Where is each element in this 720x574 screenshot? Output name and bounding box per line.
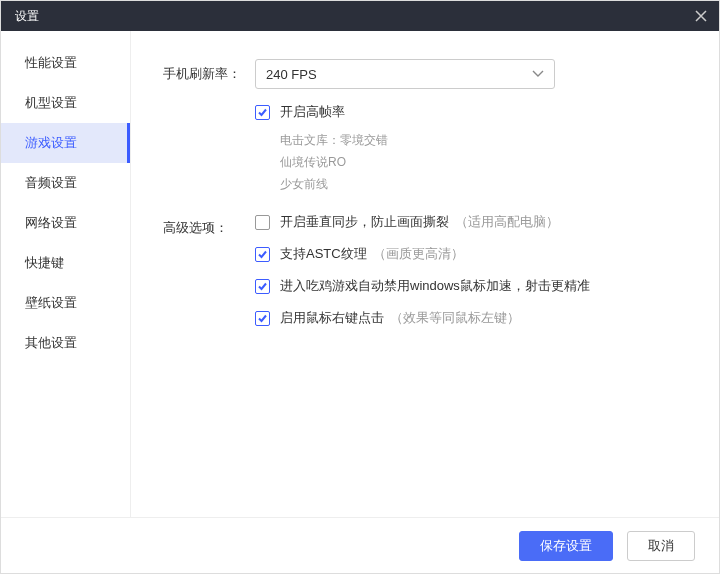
sidebar-item-label: 快捷键 <box>25 254 64 272</box>
cancel-button-label: 取消 <box>648 537 674 555</box>
sidebar: 性能设置 机型设置 游戏设置 音频设置 网络设置 快捷键 壁纸设置 其他设置 <box>1 31 131 517</box>
rclick-checkbox[interactable] <box>255 311 270 326</box>
check-icon <box>257 313 268 324</box>
sidebar-item-label: 音频设置 <box>25 174 77 192</box>
astc-label: 支持ASTC纹理 <box>280 245 367 263</box>
body: 性能设置 机型设置 游戏设置 音频设置 网络设置 快捷键 壁纸设置 其他设置 手… <box>1 31 719 517</box>
astc-checkbox[interactable] <box>255 247 270 262</box>
check-icon <box>257 107 268 118</box>
vsync-label: 开启垂直同步，防止画面撕裂 <box>280 213 449 231</box>
mouse-checkbox[interactable] <box>255 279 270 294</box>
save-button[interactable]: 保存设置 <box>519 531 613 561</box>
highfps-label: 开启高帧率 <box>280 103 345 121</box>
sidebar-item-shortcut[interactable]: 快捷键 <box>1 243 130 283</box>
astc-line: 支持ASTC纹理 （画质更高清） <box>255 245 691 263</box>
advanced-body: 开启垂直同步，防止画面撕裂 （适用高配电脑） 支持ASTC纹理 （画质更高清） <box>255 213 691 327</box>
sidebar-item-game[interactable]: 游戏设置 <box>1 123 130 163</box>
rclick-label: 启用鼠标右键点击 <box>280 309 384 327</box>
sidebar-item-label: 游戏设置 <box>25 134 77 152</box>
save-button-label: 保存设置 <box>540 537 592 555</box>
sidebar-item-other[interactable]: 其他设置 <box>1 323 130 363</box>
vsync-hint: （适用高配电脑） <box>455 213 559 231</box>
sidebar-item-device[interactable]: 机型设置 <box>1 83 130 123</box>
cancel-button[interactable]: 取消 <box>627 531 695 561</box>
content: 手机刷新率： 240 FPS 开启高帧率 电击文库：零境交错 仙境传 <box>131 31 719 517</box>
advanced-label: 高级选项： <box>163 213 255 237</box>
refresh-select-value: 240 FPS <box>266 67 317 82</box>
sidebar-item-label: 网络设置 <box>25 214 77 232</box>
rclick-hint: （效果等同鼠标左键） <box>390 309 520 327</box>
footer: 保存设置 取消 <box>1 517 719 573</box>
rclick-line: 启用鼠标右键点击 （效果等同鼠标左键） <box>255 309 691 327</box>
close-icon <box>695 10 707 22</box>
vsync-checkbox[interactable] <box>255 215 270 230</box>
game-item: 少女前线 <box>280 173 691 195</box>
sidebar-item-label: 机型设置 <box>25 94 77 112</box>
game-item: 电击文库：零境交错 <box>280 129 691 151</box>
highfps-games: 电击文库：零境交错 仙境传说RO 少女前线 <box>280 129 691 195</box>
mouse-label: 进入吃鸡游戏自动禁用windows鼠标加速，射击更精准 <box>280 277 590 295</box>
settings-window: 设置 性能设置 机型设置 游戏设置 音频设置 网络设置 快捷键 壁纸设置 其他设… <box>0 0 720 574</box>
sidebar-item-performance[interactable]: 性能设置 <box>1 43 130 83</box>
astc-hint: （画质更高清） <box>373 245 464 263</box>
titlebar: 设置 <box>1 1 719 31</box>
sidebar-item-label: 壁纸设置 <box>25 294 77 312</box>
window-title: 设置 <box>15 8 39 25</box>
game-item: 仙境传说RO <box>280 151 691 173</box>
refresh-select[interactable]: 240 FPS <box>255 59 555 89</box>
refresh-label: 手机刷新率： <box>163 59 255 83</box>
chevron-down-icon <box>532 70 544 78</box>
sidebar-item-wallpaper[interactable]: 壁纸设置 <box>1 283 130 323</box>
mouse-line: 进入吃鸡游戏自动禁用windows鼠标加速，射击更精准 <box>255 277 691 295</box>
highfps-checkbox[interactable] <box>255 105 270 120</box>
sidebar-item-label: 其他设置 <box>25 334 77 352</box>
refresh-body: 240 FPS 开启高帧率 电击文库：零境交错 仙境传说RO 少女前线 <box>255 59 691 195</box>
highfps-line: 开启高帧率 <box>255 103 691 121</box>
check-icon <box>257 249 268 260</box>
sidebar-item-label: 性能设置 <box>25 54 77 72</box>
close-button[interactable] <box>693 8 709 24</box>
row-advanced: 高级选项： 开启垂直同步，防止画面撕裂 （适用高配电脑） 支持ASTC纹理 <box>163 213 691 327</box>
row-refresh: 手机刷新率： 240 FPS 开启高帧率 电击文库：零境交错 仙境传 <box>163 59 691 195</box>
sidebar-item-audio[interactable]: 音频设置 <box>1 163 130 203</box>
vsync-line: 开启垂直同步，防止画面撕裂 （适用高配电脑） <box>255 213 691 231</box>
check-icon <box>257 281 268 292</box>
sidebar-item-network[interactable]: 网络设置 <box>1 203 130 243</box>
